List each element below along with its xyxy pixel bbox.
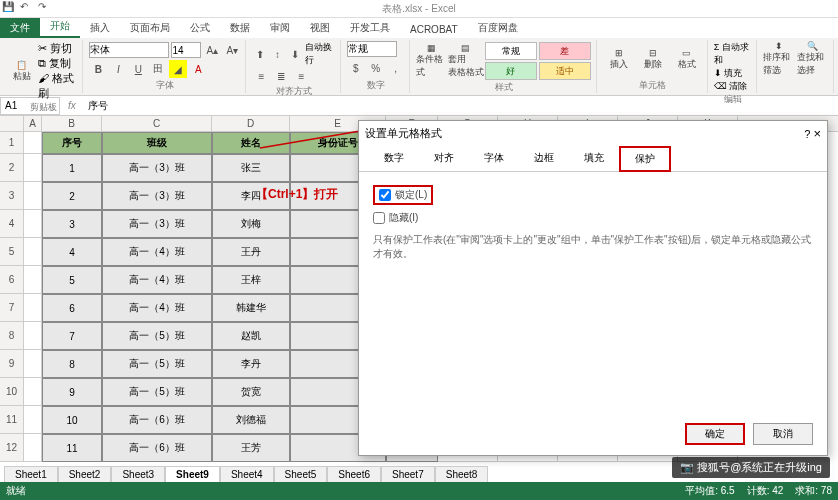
cell-class[interactable]: 高一（3）班 bbox=[102, 182, 212, 210]
tab-acrobat[interactable]: ACROBAT bbox=[400, 21, 468, 38]
style-normal[interactable]: 常规 bbox=[485, 42, 537, 60]
row-header-2[interactable]: 2 bbox=[0, 154, 24, 182]
sheet-tab-5[interactable]: Sheet5 bbox=[274, 466, 328, 482]
cell-seq[interactable]: 7 bbox=[42, 322, 102, 350]
qat-save[interactable]: 💾 bbox=[2, 1, 16, 15]
col-header-D[interactable]: D bbox=[212, 116, 290, 131]
cell-name[interactable]: 赵凯 bbox=[212, 322, 290, 350]
tab-layout[interactable]: 页面布局 bbox=[120, 18, 180, 38]
tab-data[interactable]: 数据 bbox=[220, 18, 260, 38]
dialog-help-button[interactable]: ? bbox=[804, 128, 810, 140]
align-bottom-icon[interactable]: ⬇ bbox=[287, 45, 302, 63]
decrease-font-icon[interactable]: A▾ bbox=[223, 41, 241, 59]
align-center-icon[interactable]: ≣ bbox=[272, 67, 290, 85]
row-header-12[interactable]: 12 bbox=[0, 434, 24, 462]
cell-name[interactable]: 刘德福 bbox=[212, 406, 290, 434]
comma-icon[interactable]: , bbox=[387, 59, 405, 77]
tab-baidu[interactable]: 百度网盘 bbox=[468, 18, 528, 38]
select-all-corner[interactable] bbox=[0, 116, 24, 131]
cond-format-button[interactable]: ▦条件格式 bbox=[416, 43, 448, 79]
col-header-A[interactable]: A bbox=[24, 116, 42, 131]
align-right-icon[interactable]: ≡ bbox=[292, 67, 310, 85]
sheet-tab-3[interactable]: Sheet3 bbox=[111, 466, 165, 482]
cell-class[interactable]: 高一（6）班 bbox=[102, 406, 212, 434]
cell-class[interactable]: 高一（5）班 bbox=[102, 322, 212, 350]
increase-font-icon[interactable]: A▴ bbox=[203, 41, 221, 59]
cell-name[interactable]: 王芳 bbox=[212, 434, 290, 462]
cell-seq[interactable]: 3 bbox=[42, 210, 102, 238]
cell-name[interactable]: 王丹 bbox=[212, 238, 290, 266]
copy-button[interactable]: ⧉ 复制 bbox=[38, 56, 71, 71]
insert-cells-button[interactable]: ⊞插入 bbox=[603, 41, 635, 77]
sheet-tab-9[interactable]: Sheet9 bbox=[165, 466, 220, 482]
dlg-tab-protect[interactable]: 保护 bbox=[619, 146, 671, 172]
table-format-button[interactable]: ▤套用 表格格式 bbox=[450, 43, 482, 79]
qat-undo[interactable]: ↶ bbox=[20, 1, 34, 15]
autosum-button[interactable]: Σ 自动求和 bbox=[714, 42, 749, 65]
cell-class[interactable]: 高一（3）班 bbox=[102, 154, 212, 182]
format-painter-button[interactable]: 🖌 格式刷 bbox=[38, 71, 79, 101]
cell-name[interactable]: 刘梅 bbox=[212, 210, 290, 238]
fill-color-button[interactable]: ◢ bbox=[169, 60, 187, 78]
sheet-tab-8[interactable]: Sheet8 bbox=[435, 466, 489, 482]
font-name-select[interactable] bbox=[89, 42, 169, 58]
cell-class[interactable]: 高一（6）班 bbox=[102, 434, 212, 462]
cell-seq[interactable]: 8 bbox=[42, 350, 102, 378]
cell-seq[interactable]: 4 bbox=[42, 238, 102, 266]
sheet-tab-6[interactable]: Sheet6 bbox=[327, 466, 381, 482]
ok-button[interactable]: 确定 bbox=[685, 423, 745, 445]
percent-icon[interactable]: % bbox=[367, 59, 385, 77]
qat-redo[interactable]: ↷ bbox=[38, 1, 52, 15]
bold-button[interactable]: B bbox=[89, 60, 107, 78]
tab-insert[interactable]: 插入 bbox=[80, 18, 120, 38]
cell-class[interactable]: 高一（5）班 bbox=[102, 378, 212, 406]
align-left-icon[interactable]: ≡ bbox=[252, 67, 270, 85]
cut-button[interactable]: ✂ 剪切 bbox=[38, 41, 72, 56]
tab-home[interactable]: 开始 bbox=[40, 16, 80, 38]
cell-seq[interactable]: 9 bbox=[42, 378, 102, 406]
wrap-text-button[interactable]: 自动换行 bbox=[305, 41, 336, 67]
row-header-8[interactable]: 8 bbox=[0, 322, 24, 350]
row-header-10[interactable]: 10 bbox=[0, 378, 24, 406]
cell-seq[interactable]: 5 bbox=[42, 266, 102, 294]
border-button[interactable]: 田 bbox=[149, 60, 167, 78]
cell-seq[interactable]: 2 bbox=[42, 182, 102, 210]
dlg-tab-align[interactable]: 对齐 bbox=[419, 146, 469, 172]
underline-button[interactable]: U bbox=[129, 60, 147, 78]
dlg-tab-font[interactable]: 字体 bbox=[469, 146, 519, 172]
font-color-button[interactable]: A bbox=[189, 60, 207, 78]
cell-seq[interactable]: 6 bbox=[42, 294, 102, 322]
dlg-tab-fill[interactable]: 填充 bbox=[569, 146, 619, 172]
clear-button[interactable]: ⌫ 清除 bbox=[714, 81, 748, 91]
italic-button[interactable]: I bbox=[109, 60, 127, 78]
find-select-button[interactable]: 🔍查找和选择 bbox=[797, 41, 829, 77]
sheet-tab-4[interactable]: Sheet4 bbox=[220, 466, 274, 482]
tab-review[interactable]: 审阅 bbox=[260, 18, 300, 38]
hide-checkbox[interactable] bbox=[373, 212, 385, 224]
lock-checkbox[interactable] bbox=[379, 189, 391, 201]
align-middle-icon[interactable]: ↕ bbox=[270, 45, 285, 63]
style-good[interactable]: 好 bbox=[485, 62, 537, 80]
style-bad[interactable]: 差 bbox=[539, 42, 591, 60]
cell-name[interactable]: 韩建华 bbox=[212, 294, 290, 322]
sheet-tab-1[interactable]: Sheet1 bbox=[4, 466, 58, 482]
tab-file[interactable]: 文件 bbox=[0, 18, 40, 38]
fill-button[interactable]: ⬇ 填充 bbox=[714, 68, 743, 78]
tab-developer[interactable]: 开发工具 bbox=[340, 18, 400, 38]
row-header-3[interactable]: 3 bbox=[0, 182, 24, 210]
cell-name[interactable]: 王梓 bbox=[212, 266, 290, 294]
dialog-close-button[interactable]: × bbox=[813, 126, 821, 141]
row-header-6[interactable]: 6 bbox=[0, 266, 24, 294]
sort-filter-button[interactable]: ⬍排序和筛选 bbox=[763, 41, 795, 77]
cell-class[interactable]: 高一（4）班 bbox=[102, 294, 212, 322]
row-header-5[interactable]: 5 bbox=[0, 238, 24, 266]
style-neutral[interactable]: 适中 bbox=[539, 62, 591, 80]
sheet-tab-7[interactable]: Sheet7 bbox=[381, 466, 435, 482]
row-header-4[interactable]: 4 bbox=[0, 210, 24, 238]
tab-formulas[interactable]: 公式 bbox=[180, 18, 220, 38]
row-header-7[interactable]: 7 bbox=[0, 294, 24, 322]
cell-class[interactable]: 高一（3）班 bbox=[102, 210, 212, 238]
col-header-B[interactable]: B bbox=[42, 116, 102, 131]
cell-seq[interactable]: 10 bbox=[42, 406, 102, 434]
paste-button[interactable]: 📋粘贴 bbox=[8, 53, 36, 89]
